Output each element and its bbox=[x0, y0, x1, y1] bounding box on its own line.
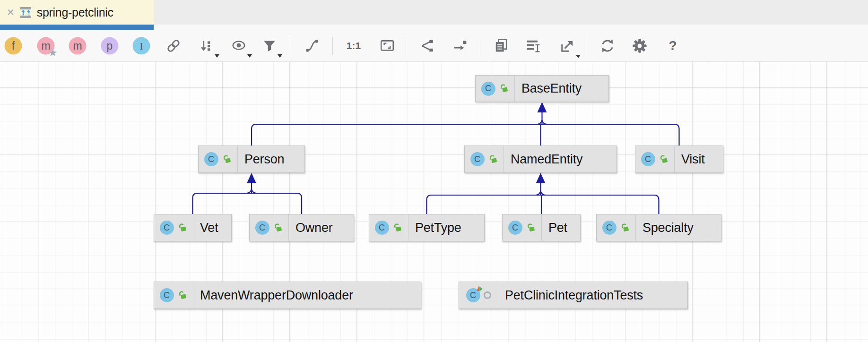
class-node-BaseEntity[interactable]: CBaseEntity bbox=[475, 75, 609, 102]
inheritance-edge[interactable] bbox=[247, 173, 256, 183]
tab-spring-petclinic[interactable]: ✕ spring-petclinic bbox=[0, 0, 154, 25]
dropdown-arrow-icon bbox=[247, 54, 252, 58]
node-icon-cell: C bbox=[476, 76, 515, 102]
text-lines-cursor-icon bbox=[525, 37, 542, 54]
uml-diagram-icon bbox=[19, 6, 32, 19]
public-lock-icon bbox=[177, 222, 188, 233]
class-node-label: Specialty bbox=[636, 221, 702, 235]
window-header: ✕ spring-petclinic f m★ m p I bbox=[0, 0, 868, 62]
close-tab-icon[interactable]: ✕ bbox=[7, 8, 15, 17]
export-diagram-button[interactable] bbox=[559, 37, 576, 54]
copy-diagram-button[interactable] bbox=[493, 37, 510, 54]
inheritance-edge[interactable] bbox=[541, 191, 546, 195]
edges-layer bbox=[0, 62, 868, 342]
fields-filter-button[interactable]: f bbox=[5, 37, 22, 55]
filter-funnel-icon bbox=[261, 38, 278, 54]
dropdown-arrow-icon bbox=[576, 55, 581, 58]
class-icon: C bbox=[470, 152, 485, 166]
export-icon bbox=[559, 37, 576, 54]
inheritance-edge[interactable] bbox=[252, 124, 679, 145]
properties-icon: p bbox=[101, 37, 119, 55]
public-lock-icon bbox=[177, 290, 188, 301]
fit-content-icon bbox=[379, 38, 396, 54]
layout-direction-button[interactable] bbox=[418, 38, 435, 54]
inner-classes-icon: I bbox=[133, 37, 150, 55]
class-node-Vet[interactable]: CVet bbox=[154, 214, 232, 241]
node-icon-cell: C bbox=[459, 282, 498, 308]
fields-icon: f bbox=[5, 37, 22, 55]
class-node-label: BaseEntity bbox=[515, 81, 590, 96]
class-node-PetClinicIntegrationTests[interactable]: CPetClinicIntegrationTests bbox=[459, 282, 688, 309]
inheritance-edge[interactable] bbox=[538, 102, 547, 112]
class-node-label: Owner bbox=[289, 221, 341, 235]
constructors-filter-button[interactable]: m★ bbox=[37, 37, 55, 55]
toolbar-separator bbox=[586, 37, 586, 55]
node-icon-cell: C bbox=[199, 146, 238, 172]
public-lock-icon bbox=[273, 222, 283, 233]
sort-members-button[interactable] bbox=[199, 38, 215, 54]
class-node-label: MavenWrapperDownloader bbox=[193, 288, 362, 303]
toolbar-separator bbox=[290, 37, 290, 55]
fit-content-button[interactable] bbox=[379, 38, 396, 54]
class-icon: C bbox=[160, 288, 174, 302]
constructors-icon: m★ bbox=[37, 37, 55, 55]
inheritance-edge[interactable] bbox=[247, 189, 252, 193]
node-icon-cell: C bbox=[597, 214, 636, 241]
class-node-Visit[interactable]: CVisit bbox=[635, 145, 723, 173]
class-icon: C bbox=[466, 288, 480, 302]
class-icon: C bbox=[375, 221, 389, 235]
inheritance-edge[interactable] bbox=[538, 120, 542, 124]
properties-filter-button[interactable]: p bbox=[101, 37, 119, 55]
settings-button[interactable] bbox=[631, 37, 648, 54]
class-node-PetType[interactable]: CPetType bbox=[369, 214, 485, 241]
class-node-Owner[interactable]: COwner bbox=[249, 214, 354, 241]
refresh-button[interactable] bbox=[599, 37, 616, 54]
diagram-toolbar: f m★ m p I bbox=[0, 30, 868, 61]
active-tab-underline bbox=[0, 25, 154, 30]
class-node-Pet[interactable]: CPet bbox=[502, 214, 581, 241]
inheritance-edge[interactable] bbox=[542, 120, 547, 124]
diagram-canvas[interactable]: CBaseEntityCPersonCNamedEntityCVisitCVet… bbox=[0, 62, 868, 342]
actual-size-button[interactable]: 1:1 bbox=[347, 40, 361, 51]
show-dependencies-button[interactable] bbox=[165, 38, 182, 54]
methods-icon: m bbox=[69, 37, 87, 55]
dropdown-arrow-icon bbox=[278, 54, 282, 58]
class-node-MavenWrapperDownloader[interactable]: CMavenWrapperDownloader bbox=[154, 282, 421, 309]
inner-classes-filter-button[interactable]: I bbox=[133, 37, 150, 55]
node-icon-cell: C bbox=[250, 214, 289, 241]
class-icon: C bbox=[204, 152, 218, 166]
inheritance-edge[interactable] bbox=[427, 195, 659, 214]
inheritance-edge[interactable] bbox=[252, 189, 256, 193]
public-lock-icon bbox=[499, 83, 509, 94]
star-badge-icon: ★ bbox=[48, 47, 58, 59]
dropdown-arrow-icon bbox=[215, 54, 219, 58]
edit-node-text-button[interactable] bbox=[525, 37, 542, 54]
class-node-label: Person bbox=[238, 152, 293, 167]
navigate-to-node-button[interactable] bbox=[451, 38, 468, 54]
public-lock-icon bbox=[488, 154, 498, 165]
change-scope-button[interactable] bbox=[261, 38, 278, 54]
question-mark-icon: ? bbox=[668, 38, 677, 53]
edge-router-button[interactable] bbox=[304, 38, 320, 54]
class-node-Person[interactable]: CPerson bbox=[198, 145, 305, 173]
class-node-label: PetClinicIntegrationTests bbox=[498, 288, 651, 303]
package-private-icon bbox=[484, 291, 491, 299]
visibility-level-button[interactable] bbox=[230, 38, 247, 54]
node-icon-cell: C bbox=[154, 214, 193, 241]
public-lock-icon bbox=[659, 154, 669, 165]
node-icon-cell: C bbox=[503, 214, 542, 241]
help-button[interactable]: ? bbox=[668, 38, 677, 53]
chain-link-icon bbox=[165, 38, 182, 54]
inheritance-edge[interactable] bbox=[193, 193, 302, 214]
class-node-label: Visit bbox=[675, 152, 713, 167]
inheritance-edge[interactable] bbox=[536, 191, 541, 195]
inheritance-edge[interactable] bbox=[536, 173, 546, 183]
methods-filter-button[interactable]: m bbox=[69, 37, 87, 55]
class-node-Specialty[interactable]: CSpecialty bbox=[596, 214, 721, 241]
public-lock-icon bbox=[526, 222, 536, 233]
class-node-label: Vet bbox=[193, 221, 226, 235]
class-node-NamedEntity[interactable]: CNamedEntity bbox=[464, 145, 617, 173]
refresh-icon bbox=[599, 37, 616, 54]
tab-title: spring-petclinic bbox=[37, 6, 113, 19]
class-node-label: NamedEntity bbox=[504, 152, 591, 167]
